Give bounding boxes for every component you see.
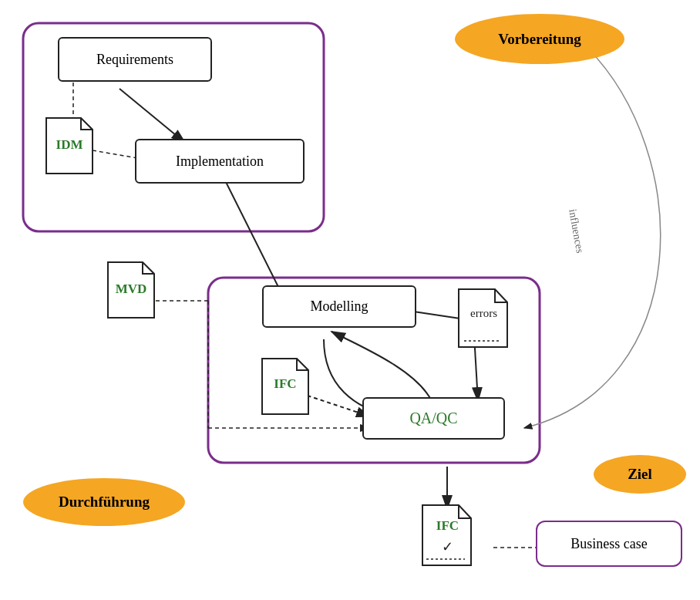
vorbereitung-label: Vorbereitung xyxy=(498,31,581,48)
idm-label: IDM xyxy=(42,137,96,153)
ziel-ellipse: Ziel xyxy=(594,455,686,494)
diagram: Requirements IDM Implementation MVD Mode… xyxy=(0,0,700,600)
business-case-box: Business case xyxy=(536,521,682,567)
modelling-box: Modelling xyxy=(262,285,416,328)
requirements-label: Requirements xyxy=(96,52,173,68)
idm-doc: IDM xyxy=(42,114,96,177)
modelling-label: Modelling xyxy=(311,298,369,315)
svg-line-5 xyxy=(224,177,285,301)
ifc-inner-label: IFC xyxy=(258,376,312,392)
errors-doc: errors xyxy=(455,285,513,351)
ifc-checkmark-label: IFC xyxy=(419,518,476,534)
qaqc-label: QA/QC xyxy=(409,410,457,427)
durchfuhrung-label: Durchführung xyxy=(59,494,150,511)
mvd-label: MVD xyxy=(104,281,158,297)
ifc-checkmark-symbol: ✓ xyxy=(419,538,476,555)
errors-label: errors xyxy=(455,307,513,320)
vorbereitung-ellipse: Vorbereitung xyxy=(455,14,624,64)
ifc-inner-doc: IFC xyxy=(258,355,312,418)
ziel-label: Ziel xyxy=(628,466,652,483)
implementation-label: Implementation xyxy=(176,153,264,170)
qaqc-box: QA/QC xyxy=(362,397,505,440)
ifc-checkmark-doc: IFC ✓ xyxy=(419,501,476,569)
svg-line-4 xyxy=(119,89,185,143)
business-case-label: Business case xyxy=(570,536,647,552)
implementation-box: Implementation xyxy=(135,139,305,184)
durchfuhrung-ellipse: Durchführung xyxy=(23,478,185,526)
influences-label: influences xyxy=(566,208,586,254)
mvd-doc: MVD xyxy=(104,258,158,322)
requirements-box: Requirements xyxy=(58,37,212,82)
